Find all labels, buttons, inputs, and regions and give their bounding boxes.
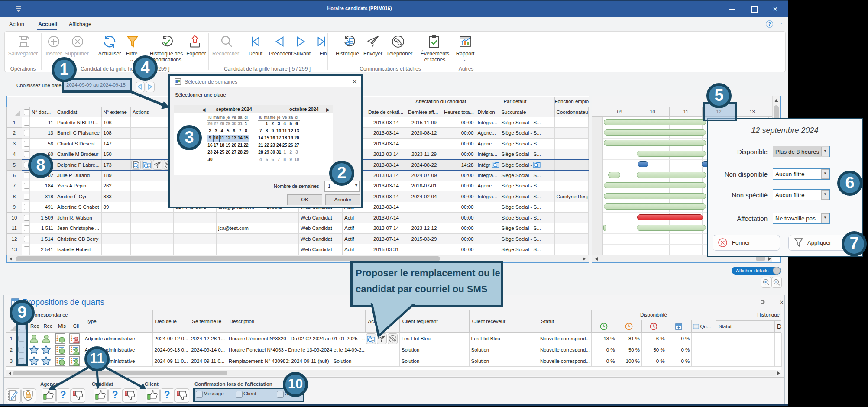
svg-text:?: ?: [112, 390, 118, 401]
svg-text:?: ?: [164, 390, 170, 401]
svg-text:?: ?: [60, 390, 66, 401]
